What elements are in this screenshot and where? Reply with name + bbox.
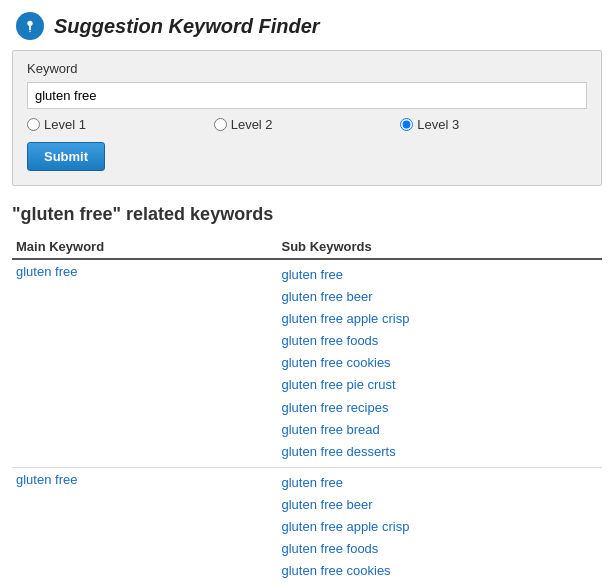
svg-point-0 [27, 21, 32, 26]
sub-keyword-link[interactable]: gluten free recipes [282, 397, 595, 419]
app-icon [16, 12, 44, 40]
main-keyword-cell: gluten free [12, 259, 278, 467]
table-row: gluten freegluten freegluten free beergl… [12, 259, 602, 467]
sub-keyword-link[interactable]: gluten free desserts [282, 441, 595, 463]
table-row: gluten freegluten freegluten free beergl… [12, 467, 602, 583]
sub-keyword-link[interactable]: gluten free foods [282, 538, 595, 560]
col-main-header: Main Keyword [12, 235, 278, 259]
sub-keyword-link[interactable]: gluten free foods [282, 330, 595, 352]
table-header-row: Main Keyword Sub Keywords [12, 235, 602, 259]
results-heading: "gluten free" related keywords [12, 204, 602, 225]
sub-keyword-link[interactable]: gluten free [282, 264, 595, 286]
sub-keyword-link[interactable]: gluten free pie crust [282, 374, 595, 396]
submit-button[interactable]: Submit [27, 142, 105, 171]
level3-radio[interactable] [400, 118, 413, 131]
level3-option[interactable]: Level 3 [400, 117, 587, 132]
sub-keyword-cell: gluten freegluten free beergluten free a… [278, 259, 603, 467]
level2-radio[interactable] [214, 118, 227, 131]
main-keyword-link[interactable]: gluten free [16, 264, 77, 279]
header: Suggestion Keyword Finder [0, 0, 614, 50]
main-keyword-link[interactable]: gluten free [16, 472, 77, 487]
sub-keyword-link[interactable]: gluten free beer [282, 494, 595, 516]
keywords-table: Main Keyword Sub Keywords gluten freeglu… [12, 235, 602, 583]
level3-label: Level 3 [417, 117, 459, 132]
col-sub-header: Sub Keywords [278, 235, 603, 259]
sub-keyword-link[interactable]: gluten free bread [282, 419, 595, 441]
sub-keyword-link[interactable]: gluten free [282, 472, 595, 494]
level2-option[interactable]: Level 2 [214, 117, 401, 132]
form-panel: Keyword Level 1 Level 2 Level 3 Submit [12, 50, 602, 186]
sub-keyword-link[interactable]: gluten free cookies [282, 352, 595, 374]
sub-keyword-link[interactable]: gluten free cookies [282, 560, 595, 582]
page-title: Suggestion Keyword Finder [54, 15, 320, 38]
level-radio-group: Level 1 Level 2 Level 3 [27, 117, 587, 132]
sub-keyword-link[interactable]: gluten free apple crisp [282, 308, 595, 330]
sub-keyword-cell: gluten freegluten free beergluten free a… [278, 467, 603, 583]
level1-radio[interactable] [27, 118, 40, 131]
svg-point-2 [29, 31, 31, 33]
level1-label: Level 1 [44, 117, 86, 132]
keyword-input[interactable] [27, 82, 587, 109]
sub-keyword-link[interactable]: gluten free apple crisp [282, 516, 595, 538]
main-keyword-cell: gluten free [12, 467, 278, 583]
level1-option[interactable]: Level 1 [27, 117, 214, 132]
results-section: "gluten free" related keywords Main Keyw… [0, 198, 614, 583]
level2-label: Level 2 [231, 117, 273, 132]
sub-keyword-link[interactable]: gluten free beer [282, 286, 595, 308]
keyword-label: Keyword [27, 61, 587, 76]
